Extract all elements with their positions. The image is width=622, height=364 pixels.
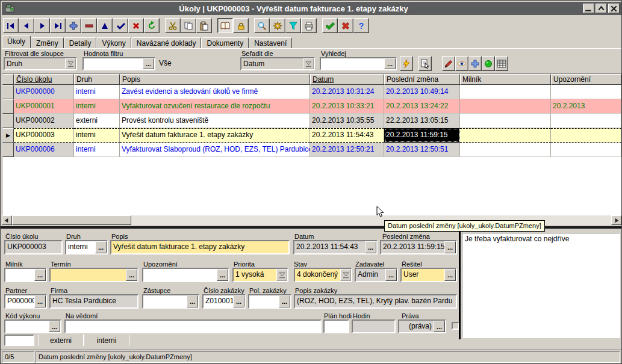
filter-column-combo[interactable]: Druh — [4, 57, 77, 70]
scroll-right-button[interactable] — [611, 215, 621, 225]
minimize-button[interactable] — [583, 4, 594, 13]
grid-cell[interactable] — [551, 128, 621, 143]
tab--koly[interactable]: Úkoly — [2, 35, 31, 48]
last-record-button[interactable] — [50, 18, 66, 33]
table-row[interactable]: UKP000006interniVyfakturovat Slaboproud … — [2, 143, 621, 157]
tasks-grid[interactable]: Číslo úkoluDruhPopisDatumPoslední změnaM… — [2, 73, 621, 215]
zadavatel-ellipsis-button[interactable]: ... — [385, 269, 397, 281]
pol-zakazky-field[interactable]: ... — [248, 294, 291, 309]
table-row[interactable]: ▶UKP000003interniVyřešit datum fakturace… — [2, 128, 621, 143]
grid-cell[interactable]: externi — [74, 114, 120, 128]
grid-column-header[interactable]: Druh — [74, 74, 120, 85]
prava-field[interactable]: (práva) ... — [398, 319, 446, 333]
datum-field[interactable]: 20.2.2013 11:54:43 ... — [293, 240, 378, 254]
na-vedomi-field[interactable] — [64, 319, 322, 333]
table-row[interactable]: UKP000002externiProvést kontrolu staveni… — [2, 114, 621, 128]
confirm-button[interactable] — [322, 18, 338, 33]
grid-cell[interactable]: 20.2.2013 11:54:43 — [310, 128, 384, 143]
resitel-field[interactable]: User ... — [400, 268, 457, 282]
popis-zakazky-field[interactable]: (ROZ, HOD, EZS, TEL), Krytý plav. bazén … — [294, 294, 457, 309]
grid-cell[interactable]: 22.2.2013 13:05:15 — [384, 114, 460, 128]
scroll-left-button[interactable] — [2, 215, 12, 225]
print-button[interactable] — [301, 18, 317, 33]
posledni-zmena-ellipsis-button[interactable]: ... — [444, 241, 456, 253]
grid-cell[interactable]: Zavést evidenci a sledování úkolů ve fir… — [120, 85, 310, 99]
plan-hodin-field[interactable] — [323, 319, 349, 333]
indicator-button[interactable] — [482, 56, 495, 71]
maximize-button[interactable] — [596, 4, 607, 13]
grid-cell[interactable]: 20.2.2013 12:50:51 — [384, 143, 460, 157]
grid-cell[interactable] — [460, 143, 551, 157]
report-button[interactable] — [418, 56, 432, 71]
posledni-zmena-field[interactable]: 20.2.2013 11:59:15 ... — [380, 240, 457, 254]
grid-cell[interactable] — [460, 85, 551, 99]
cut-button[interactable] — [165, 18, 181, 33]
highlight-button[interactable] — [442, 56, 455, 71]
prava-ellipsis-button[interactable]: ... — [434, 321, 445, 332]
zadavatel-field[interactable]: Admin ... — [355, 268, 398, 282]
dropdown-icon[interactable] — [303, 58, 314, 69]
grid-cell[interactable]: interni — [74, 99, 120, 114]
row-header[interactable] — [2, 99, 14, 114]
stav-combo[interactable]: 4 dokončený — [294, 268, 352, 282]
grid-cell[interactable]: 20.2.2013 10:35:55 — [310, 114, 384, 128]
grid-cell[interactable]: Vyřešit datum fakturace 1. etapy zakázky — [120, 128, 310, 143]
upozorneni-field[interactable]: ... — [142, 268, 229, 282]
delete-record-button[interactable] — [81, 18, 97, 33]
grid-cell[interactable]: UKP000002 — [14, 114, 74, 128]
search-input[interactable]: ... — [320, 57, 397, 70]
grid-cell[interactable]: interni — [74, 128, 120, 143]
upozorneni-ellipsis-button[interactable]: ... — [217, 269, 228, 281]
insert-record-button[interactable] — [66, 18, 81, 33]
grid-cell[interactable]: UKP000006 — [14, 143, 74, 157]
refresh-button[interactable] — [144, 18, 160, 33]
kod-vykonu-ellipsis-button[interactable]: ... — [49, 321, 60, 332]
grid-cell[interactable]: UKP000001 — [14, 99, 74, 114]
help-button[interactable]: ? — [353, 18, 369, 33]
close-window-button[interactable] — [608, 4, 620, 13]
tab-nastaven-[interactable]: Nastavení — [249, 37, 292, 48]
sort-combo[interactable]: Datum — [240, 57, 315, 70]
grid-column-header[interactable]: Číslo úkolu — [14, 74, 74, 85]
grid-cell[interactable]: UKP000003 — [14, 128, 74, 143]
paste-button[interactable] — [196, 18, 212, 33]
filter-value-input[interactable]: ... — [82, 57, 155, 70]
row-header[interactable] — [2, 85, 14, 99]
first-record-button[interactable] — [3, 18, 19, 33]
termin-field[interactable]: ... — [49, 268, 138, 282]
resitel-ellipsis-button[interactable]: ... — [444, 269, 456, 281]
grid-cell[interactable] — [460, 114, 551, 128]
watch-button[interactable] — [455, 56, 468, 71]
permissions-button[interactable] — [233, 18, 249, 33]
tab-dokumenty[interactable]: Dokumenty — [201, 37, 249, 48]
current-row-marker[interactable]: ▶ — [2, 128, 14, 143]
grid-cell[interactable]: 20.2.2013 10:33:21 — [310, 99, 384, 114]
partner-ellipsis-button[interactable]: ... — [34, 295, 46, 307]
table-row[interactable]: UKP000000interniZavést evidenci a sledov… — [2, 85, 621, 99]
grid-cell[interactable]: UKP000000 — [14, 85, 74, 99]
cislo-ukolu-field[interactable]: UKP000003 — [4, 240, 63, 254]
priorita-combo[interactable]: 1 vysoká — [232, 268, 288, 282]
quick-filter-box[interactable] — [4, 335, 34, 346]
grid-cell[interactable]: 20.2.2013 11:59:15 — [384, 128, 460, 143]
grid-cell[interactable] — [551, 114, 621, 128]
grid-cell[interactable] — [460, 99, 551, 114]
post-edit-button[interactable] — [113, 18, 128, 33]
add-button[interactable] — [468, 56, 482, 71]
settings-button[interactable] — [270, 18, 285, 33]
table-row[interactable]: UKP000001interniVyfakturovat ozvučení re… — [2, 99, 621, 114]
grid-cell[interactable] — [551, 85, 621, 99]
druh-field[interactable]: interni ... — [65, 240, 108, 254]
termin-ellipsis-button[interactable]: ... — [126, 269, 137, 281]
firma-field[interactable]: HC Tesla Pardubice — [49, 294, 138, 309]
grid-cell[interactable]: Vyfakturovat ozvučení restaurace dle roz… — [120, 99, 310, 114]
datum-ellipsis-button[interactable]: ... — [365, 241, 376, 253]
prior-record-button[interactable] — [19, 18, 34, 33]
popis-field[interactable]: Vyřešit datum fakturace 1. etapy zakázky — [110, 240, 290, 254]
bottom-tab-interni[interactable]: interni — [84, 336, 129, 345]
cancel-edit-button[interactable] — [128, 18, 144, 33]
grid-cell[interactable]: 20.2.2013 10:31:24 — [310, 85, 384, 99]
cislo-zakazky-ellipsis-button[interactable]: ... — [233, 295, 244, 307]
grid-cell[interactable]: Provést kontrolu staveniště — [120, 114, 310, 128]
search-button[interactable] — [254, 18, 270, 33]
